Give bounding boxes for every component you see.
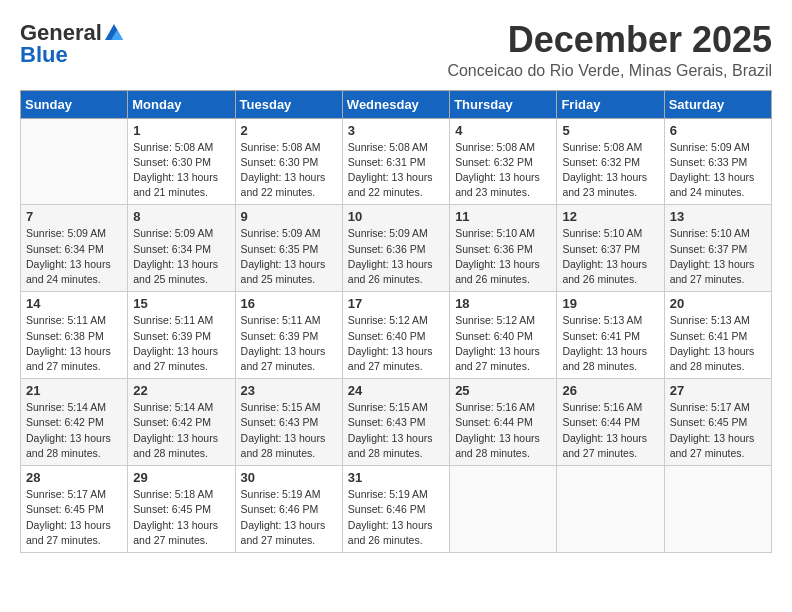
day-info: Sunrise: 5:11 AM Sunset: 6:38 PM Dayligh… — [26, 313, 122, 374]
day-number: 18 — [455, 296, 551, 311]
calendar-day-cell: 4Sunrise: 5:08 AM Sunset: 6:32 PM Daylig… — [450, 118, 557, 205]
day-number: 25 — [455, 383, 551, 398]
calendar-day-cell: 24Sunrise: 5:15 AM Sunset: 6:43 PM Dayli… — [342, 379, 449, 466]
day-info: Sunrise: 5:10 AM Sunset: 6:36 PM Dayligh… — [455, 226, 551, 287]
day-of-week-header: Saturday — [664, 90, 771, 118]
calendar-day-cell: 1Sunrise: 5:08 AM Sunset: 6:30 PM Daylig… — [128, 118, 235, 205]
day-info: Sunrise: 5:12 AM Sunset: 6:40 PM Dayligh… — [348, 313, 444, 374]
day-of-week-header: Friday — [557, 90, 664, 118]
day-info: Sunrise: 5:08 AM Sunset: 6:30 PM Dayligh… — [241, 140, 337, 201]
day-info: Sunrise: 5:11 AM Sunset: 6:39 PM Dayligh… — [241, 313, 337, 374]
calendar-day-cell: 8Sunrise: 5:09 AM Sunset: 6:34 PM Daylig… — [128, 205, 235, 292]
calendar-day-cell — [557, 466, 664, 553]
calendar-day-cell: 31Sunrise: 5:19 AM Sunset: 6:46 PM Dayli… — [342, 466, 449, 553]
calendar-day-cell: 19Sunrise: 5:13 AM Sunset: 6:41 PM Dayli… — [557, 292, 664, 379]
day-info: Sunrise: 5:08 AM Sunset: 6:32 PM Dayligh… — [455, 140, 551, 201]
day-info: Sunrise: 5:11 AM Sunset: 6:39 PM Dayligh… — [133, 313, 229, 374]
calendar-header-row: SundayMondayTuesdayWednesdayThursdayFrid… — [21, 90, 772, 118]
day-number: 8 — [133, 209, 229, 224]
day-info: Sunrise: 5:15 AM Sunset: 6:43 PM Dayligh… — [241, 400, 337, 461]
day-of-week-header: Monday — [128, 90, 235, 118]
calendar-day-cell: 28Sunrise: 5:17 AM Sunset: 6:45 PM Dayli… — [21, 466, 128, 553]
logo: General Blue — [20, 20, 126, 68]
day-info: Sunrise: 5:15 AM Sunset: 6:43 PM Dayligh… — [348, 400, 444, 461]
day-number: 13 — [670, 209, 766, 224]
title-block: December 2025 Conceicao do Rio Verde, Mi… — [447, 20, 772, 80]
day-of-week-header: Wednesday — [342, 90, 449, 118]
day-number: 26 — [562, 383, 658, 398]
calendar-day-cell: 2Sunrise: 5:08 AM Sunset: 6:30 PM Daylig… — [235, 118, 342, 205]
day-number: 31 — [348, 470, 444, 485]
day-info: Sunrise: 5:14 AM Sunset: 6:42 PM Dayligh… — [26, 400, 122, 461]
calendar-day-cell: 23Sunrise: 5:15 AM Sunset: 6:43 PM Dayli… — [235, 379, 342, 466]
calendar-day-cell: 14Sunrise: 5:11 AM Sunset: 6:38 PM Dayli… — [21, 292, 128, 379]
calendar-day-cell: 11Sunrise: 5:10 AM Sunset: 6:36 PM Dayli… — [450, 205, 557, 292]
day-info: Sunrise: 5:16 AM Sunset: 6:44 PM Dayligh… — [455, 400, 551, 461]
header: General Blue December 2025 Conceicao do … — [20, 20, 772, 80]
calendar-day-cell: 17Sunrise: 5:12 AM Sunset: 6:40 PM Dayli… — [342, 292, 449, 379]
day-number: 20 — [670, 296, 766, 311]
page-container: General Blue December 2025 Conceicao do … — [20, 20, 772, 553]
calendar-day-cell: 7Sunrise: 5:09 AM Sunset: 6:34 PM Daylig… — [21, 205, 128, 292]
day-of-week-header: Sunday — [21, 90, 128, 118]
day-number: 1 — [133, 123, 229, 138]
day-info: Sunrise: 5:14 AM Sunset: 6:42 PM Dayligh… — [133, 400, 229, 461]
calendar-day-cell — [664, 466, 771, 553]
calendar-day-cell: 15Sunrise: 5:11 AM Sunset: 6:39 PM Dayli… — [128, 292, 235, 379]
calendar-day-cell: 29Sunrise: 5:18 AM Sunset: 6:45 PM Dayli… — [128, 466, 235, 553]
calendar-day-cell: 20Sunrise: 5:13 AM Sunset: 6:41 PM Dayli… — [664, 292, 771, 379]
day-number: 19 — [562, 296, 658, 311]
calendar-day-cell — [450, 466, 557, 553]
day-number: 23 — [241, 383, 337, 398]
day-number: 11 — [455, 209, 551, 224]
calendar-day-cell: 13Sunrise: 5:10 AM Sunset: 6:37 PM Dayli… — [664, 205, 771, 292]
day-number: 30 — [241, 470, 337, 485]
day-number: 5 — [562, 123, 658, 138]
calendar-day-cell — [21, 118, 128, 205]
day-number: 2 — [241, 123, 337, 138]
day-info: Sunrise: 5:09 AM Sunset: 6:33 PM Dayligh… — [670, 140, 766, 201]
logo-icon — [103, 22, 125, 44]
month-title: December 2025 — [447, 20, 772, 60]
day-info: Sunrise: 5:17 AM Sunset: 6:45 PM Dayligh… — [670, 400, 766, 461]
day-info: Sunrise: 5:09 AM Sunset: 6:34 PM Dayligh… — [133, 226, 229, 287]
calendar-table: SundayMondayTuesdayWednesdayThursdayFrid… — [20, 90, 772, 553]
day-number: 24 — [348, 383, 444, 398]
day-info: Sunrise: 5:19 AM Sunset: 6:46 PM Dayligh… — [241, 487, 337, 548]
day-info: Sunrise: 5:08 AM Sunset: 6:31 PM Dayligh… — [348, 140, 444, 201]
day-info: Sunrise: 5:09 AM Sunset: 6:36 PM Dayligh… — [348, 226, 444, 287]
calendar-day-cell: 9Sunrise: 5:09 AM Sunset: 6:35 PM Daylig… — [235, 205, 342, 292]
calendar-day-cell: 6Sunrise: 5:09 AM Sunset: 6:33 PM Daylig… — [664, 118, 771, 205]
day-number: 29 — [133, 470, 229, 485]
calendar-day-cell: 30Sunrise: 5:19 AM Sunset: 6:46 PM Dayli… — [235, 466, 342, 553]
calendar-week-row: 14Sunrise: 5:11 AM Sunset: 6:38 PM Dayli… — [21, 292, 772, 379]
day-number: 10 — [348, 209, 444, 224]
day-info: Sunrise: 5:09 AM Sunset: 6:35 PM Dayligh… — [241, 226, 337, 287]
calendar-day-cell: 3Sunrise: 5:08 AM Sunset: 6:31 PM Daylig… — [342, 118, 449, 205]
day-number: 6 — [670, 123, 766, 138]
day-info: Sunrise: 5:08 AM Sunset: 6:32 PM Dayligh… — [562, 140, 658, 201]
day-info: Sunrise: 5:10 AM Sunset: 6:37 PM Dayligh… — [670, 226, 766, 287]
calendar-day-cell: 26Sunrise: 5:16 AM Sunset: 6:44 PM Dayli… — [557, 379, 664, 466]
calendar-day-cell: 21Sunrise: 5:14 AM Sunset: 6:42 PM Dayli… — [21, 379, 128, 466]
day-number: 9 — [241, 209, 337, 224]
day-info: Sunrise: 5:13 AM Sunset: 6:41 PM Dayligh… — [562, 313, 658, 374]
day-number: 16 — [241, 296, 337, 311]
day-number: 22 — [133, 383, 229, 398]
day-number: 28 — [26, 470, 122, 485]
day-of-week-header: Tuesday — [235, 90, 342, 118]
calendar-week-row: 21Sunrise: 5:14 AM Sunset: 6:42 PM Dayli… — [21, 379, 772, 466]
calendar-day-cell: 22Sunrise: 5:14 AM Sunset: 6:42 PM Dayli… — [128, 379, 235, 466]
day-info: Sunrise: 5:10 AM Sunset: 6:37 PM Dayligh… — [562, 226, 658, 287]
day-info: Sunrise: 5:17 AM Sunset: 6:45 PM Dayligh… — [26, 487, 122, 548]
day-number: 17 — [348, 296, 444, 311]
calendar-week-row: 28Sunrise: 5:17 AM Sunset: 6:45 PM Dayli… — [21, 466, 772, 553]
calendar-week-row: 1Sunrise: 5:08 AM Sunset: 6:30 PM Daylig… — [21, 118, 772, 205]
day-info: Sunrise: 5:08 AM Sunset: 6:30 PM Dayligh… — [133, 140, 229, 201]
day-info: Sunrise: 5:18 AM Sunset: 6:45 PM Dayligh… — [133, 487, 229, 548]
day-number: 15 — [133, 296, 229, 311]
day-number: 3 — [348, 123, 444, 138]
day-of-week-header: Thursday — [450, 90, 557, 118]
calendar-day-cell: 10Sunrise: 5:09 AM Sunset: 6:36 PM Dayli… — [342, 205, 449, 292]
calendar-day-cell: 16Sunrise: 5:11 AM Sunset: 6:39 PM Dayli… — [235, 292, 342, 379]
